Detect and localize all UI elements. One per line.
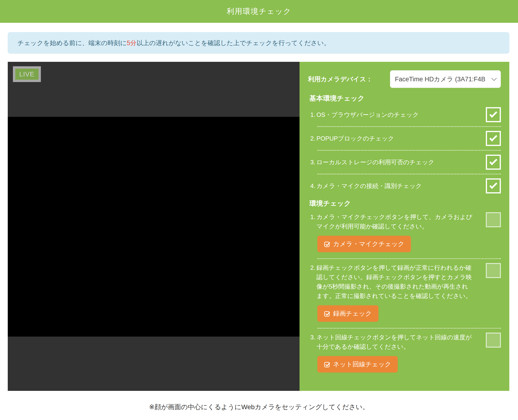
checkbox-unchecked [486, 333, 501, 348]
checkbox-checked [486, 155, 501, 170]
environment-check-page: 利用環境チェック チェックを始める前に、端末の時刻に5分以上の遅れがないことを確… [0, 0, 518, 420]
page-header: 利用環境チェック [0, 0, 518, 23]
item-label: ローカルストレージの利用可否のチェック [317, 158, 434, 167]
basic-section-title: 基本環境チェック [308, 94, 501, 103]
live-badge: LIVE [13, 66, 41, 82]
item-number: 4. [308, 181, 317, 191]
item-number: 3. [308, 333, 317, 351]
check-square-icon [324, 241, 330, 247]
env-check-item-1: 1. カメラ・マイクチェックボタンを押して、カメラおよびマイクが利用可能か確認し… [308, 208, 501, 258]
alert-highlight: 5分 [127, 39, 136, 46]
footer-note: ※顔が画面の中心にくるようにWebカメラをセッティングしてください。 [0, 403, 518, 412]
camera-device-label: 利用カメラデバイス： [308, 75, 372, 83]
check-icon [489, 134, 497, 142]
camera-mic-check-button[interactable]: カメラ・マイクチェック [317, 236, 411, 252]
item-label: ネット回線チェックボタンを押してネット回線の速度が十分であるか確認してください。 [317, 333, 473, 351]
checkbox-unchecked [486, 212, 501, 227]
basic-check-item-3: 3. ローカルストレージの利用可否のチェック [308, 151, 501, 174]
checkbox-unchecked [486, 263, 501, 278]
item-label: OS・ブラウザバージョンのチェック [317, 110, 419, 120]
record-check-button[interactable]: 録画チェック [317, 305, 378, 322]
env-check-item-3: 3. ネット回線チェックボタンを押してネット回線の速度が十分であるか確認してくだ… [308, 329, 501, 379]
page-title: 利用環境チェック [227, 6, 291, 17]
checkbox-checked [486, 107, 501, 122]
button-label: ネット回線チェック [333, 360, 391, 368]
item-number: 2. [308, 134, 317, 143]
camera-video-area [8, 117, 300, 337]
info-alert: チェックを始める前に、端末の時刻に5分以上の遅れがないことを確認した上でチェック… [8, 32, 509, 53]
button-label: カメラ・マイクチェック [333, 240, 404, 248]
info-alert-text: チェックを始める前に、端末の時刻に5分以上の遅れがないことを確認した上でチェック… [17, 39, 330, 47]
chevron-down-icon [491, 75, 497, 81]
item-label: 録画チェックボタンを押して録画が正常に行われるか確認してください。録画チェックボ… [317, 263, 473, 300]
checkbox-checked [486, 178, 501, 194]
item-number: 3. [308, 158, 317, 167]
camera-device-select[interactable]: FaceTime HDカメラ (3A71:F4B [390, 70, 501, 88]
main-content: LIVE 利用カメラデバイス： FaceTime HDカメラ (3A71:F4B… [8, 62, 509, 391]
item-label: POPUPブロックのチェック [317, 134, 394, 143]
live-badge-label: LIVE [19, 70, 35, 78]
check-square-icon [324, 310, 330, 317]
item-number: 1. [308, 212, 317, 231]
check-icon [489, 157, 497, 165]
check-square-icon [324, 361, 330, 368]
camera-device-row: 利用カメラデバイス： FaceTime HDカメラ (3A71:F4B [308, 70, 501, 88]
checkbox-checked [486, 131, 501, 146]
item-label: カメラ・マイクの接続・識別チェック [317, 181, 422, 191]
item-label: カメラ・マイクチェックボタンを押して、カメラおよびマイクが利用可能か確認してくだ… [317, 212, 473, 231]
basic-check-item-2: 2. POPUPブロックのチェック [308, 127, 501, 150]
alert-text-after: 以上の遅れがないことを確認した上でチェックを行ってください。 [136, 39, 330, 46]
camera-preview: LIVE [8, 62, 300, 391]
env-check-item-2: 2. 録画チェックボタンを押して録画が正常に行われるか確認してください。録画チェ… [308, 259, 501, 328]
basic-check-item-1: 1. OS・ブラウザバージョンのチェック [308, 103, 501, 126]
item-number: 2. [308, 263, 317, 300]
network-check-button[interactable]: ネット回線チェック [317, 356, 398, 373]
check-icon [489, 110, 497, 118]
item-number: 1. [308, 110, 317, 120]
basic-check-item-4: 4. カメラ・マイクの接続・識別チェック [308, 174, 501, 197]
check-icon [489, 181, 497, 189]
button-label: 録画チェック [333, 309, 372, 318]
camera-device-value: FaceTime HDカメラ (3A71:F4B [395, 75, 491, 83]
check-panel: 利用カメラデバイス： FaceTime HDカメラ (3A71:F4B 基本環境… [300, 62, 509, 391]
env-section-title: 環境チェック [308, 199, 501, 208]
alert-text-before: チェックを始める前に、端末の時刻に [17, 39, 127, 46]
